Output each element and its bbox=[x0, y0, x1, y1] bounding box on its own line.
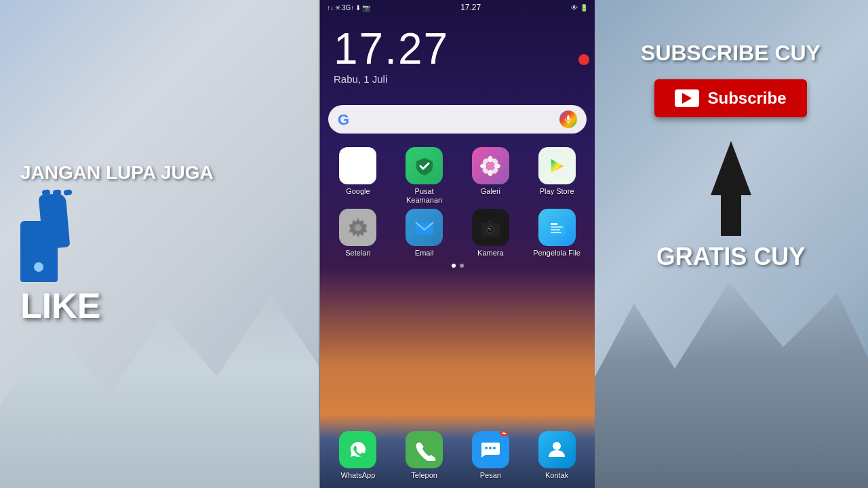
voice-search-icon[interactable] bbox=[559, 110, 577, 128]
kamera-icon bbox=[472, 209, 509, 246]
subscribe-label: Subscribe bbox=[707, 89, 786, 108]
kontak-icon bbox=[538, 431, 576, 468]
security-label: PusatKeamanan bbox=[406, 187, 442, 205]
setelan-label: Setelan bbox=[345, 249, 370, 258]
svg-point-15 bbox=[355, 224, 361, 231]
svg-rect-23 bbox=[551, 223, 557, 225]
google-g-logo: G bbox=[338, 111, 354, 127]
svg-rect-26 bbox=[551, 232, 561, 233]
right-panel: SUBSCRIBE CUY Subscribe GRATIS CUY bbox=[593, 0, 868, 488]
clock-time: 17.27 bbox=[334, 27, 595, 70]
email-label: Email bbox=[415, 249, 434, 258]
svg-point-30 bbox=[493, 447, 496, 449]
telepon-icon bbox=[406, 431, 443, 468]
app-galeri[interactable]: Galeri bbox=[460, 147, 522, 205]
svg-point-6 bbox=[480, 163, 487, 168]
status-signal: ↑↓ ✳ 3G↑ ⬇ 📷 bbox=[327, 4, 370, 12]
app-security[interactable]: PusatKeamanan bbox=[393, 147, 456, 205]
notification-dot bbox=[578, 54, 589, 65]
app-email[interactable]: Email bbox=[393, 209, 456, 258]
like-text: LIKE bbox=[20, 285, 298, 326]
pengelola-label: Pengelola File bbox=[533, 249, 580, 258]
svg-point-5 bbox=[488, 169, 493, 176]
kontak-label: Kontak bbox=[545, 471, 568, 480]
svg-point-4 bbox=[488, 156, 493, 163]
app-kamera[interactable]: Kamera bbox=[460, 209, 522, 258]
playstore-label: Play Store bbox=[540, 187, 574, 196]
svg-point-28 bbox=[485, 447, 488, 449]
page-dots bbox=[320, 260, 595, 272]
svg-point-21 bbox=[488, 228, 490, 229]
thumbs-up-icon bbox=[20, 194, 102, 282]
dot-2 bbox=[460, 264, 464, 268]
whatsapp-label: WhatsApp bbox=[341, 471, 376, 480]
arrow-stem bbox=[721, 195, 741, 236]
svg-marker-13 bbox=[551, 159, 564, 173]
app-setelan[interactable]: Setelan bbox=[327, 209, 389, 258]
pesan-icon: 45 bbox=[472, 431, 509, 468]
svg-rect-24 bbox=[551, 226, 563, 228]
status-bar: ↑↓ ✳ 3G↑ ⬇ 📷 17.27 👁 🔋 bbox=[320, 0, 595, 15]
dock: WhatsApp Telepon bbox=[320, 426, 595, 488]
mic-svg bbox=[564, 115, 573, 124]
dock-row: WhatsApp Telepon bbox=[327, 431, 588, 480]
svg-rect-25 bbox=[551, 229, 560, 230]
jangan-lupa-text: JANGAN LUPA JUGA bbox=[20, 162, 298, 184]
app-telepon[interactable]: Telepon bbox=[393, 431, 456, 480]
app-pengelola[interactable]: Pengelola File bbox=[526, 209, 588, 258]
whatsapp-icon bbox=[339, 431, 376, 468]
google-label: Google bbox=[346, 187, 370, 196]
svg-point-31 bbox=[553, 442, 561, 450]
svg-point-7 bbox=[494, 163, 500, 168]
gratis-cuy-text: GRATIS CUY bbox=[656, 243, 805, 271]
status-time: 17.27 bbox=[460, 3, 481, 12]
youtube-icon bbox=[675, 89, 699, 107]
phone-screen: ↑↓ ✳ 3G↑ ⬇ 📷 17.27 👁 🔋 17.27 Rabu, 1 Jul… bbox=[320, 0, 595, 488]
svg-point-12 bbox=[486, 162, 494, 170]
email-icon bbox=[406, 209, 443, 246]
pengelola-icon bbox=[538, 209, 576, 246]
app-grid-row1: Google PusatKeamanan bbox=[320, 134, 595, 206]
arrow-up-container bbox=[711, 127, 751, 236]
app-whatsapp[interactable]: WhatsApp bbox=[327, 431, 389, 480]
clock-date: Rabu, 1 Juli bbox=[334, 73, 595, 85]
search-input[interactable] bbox=[361, 113, 553, 126]
subscribe-cuy-text: SUBSCRIBE CUY bbox=[641, 41, 821, 66]
subscribe-button[interactable]: Subscribe bbox=[654, 79, 806, 117]
kamera-label: Kamera bbox=[477, 249, 504, 258]
app-grid-row2: Setelan Email bbox=[320, 206, 595, 259]
security-icon bbox=[406, 147, 443, 184]
playstore-icon bbox=[538, 147, 576, 184]
pesan-badge: 45 bbox=[500, 431, 509, 436]
arrow-up-triangle bbox=[711, 141, 751, 195]
svg-point-29 bbox=[489, 447, 492, 449]
left-panel: JANGAN LUPA JUGA LIKE bbox=[0, 0, 319, 488]
app-pesan[interactable]: 45 Pesan bbox=[460, 431, 522, 480]
search-bar[interactable]: G bbox=[328, 105, 587, 134]
google-icon bbox=[339, 147, 376, 184]
svg-rect-0 bbox=[567, 115, 570, 120]
youtube-play-icon bbox=[682, 93, 692, 104]
app-kontak[interactable]: Kontak bbox=[526, 431, 588, 480]
telepon-label: Telepon bbox=[411, 471, 437, 480]
galeri-icon bbox=[472, 147, 509, 184]
setelan-icon bbox=[339, 209, 376, 246]
status-icons: 👁 🔋 bbox=[571, 4, 588, 12]
app-playstore[interactable]: Play Store bbox=[526, 147, 588, 205]
galeri-label: Galeri bbox=[481, 187, 500, 196]
pesan-label: Pesan bbox=[480, 471, 501, 480]
clock-area: 17.27 Rabu, 1 Juli bbox=[320, 15, 595, 85]
dot-1 bbox=[452, 264, 456, 268]
app-google[interactable]: Google bbox=[327, 147, 389, 205]
